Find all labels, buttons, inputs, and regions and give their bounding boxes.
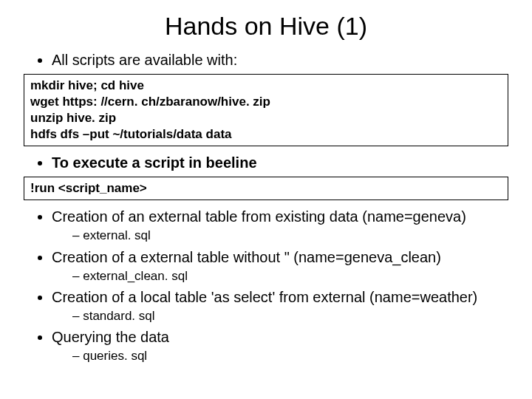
sub-item: standard. sql (72, 308, 510, 324)
sub-list: standard. sql (52, 308, 510, 324)
slide-title: Hands on Hive (1) (22, 12, 510, 41)
bullet-item: Creation of a external table without " (… (52, 248, 510, 284)
bullet-item: Creation of an external table from exist… (52, 208, 510, 243)
code-line: !run <script_name> (30, 180, 502, 197)
sub-list: external_clean. sql (52, 268, 510, 284)
bullet-item: Querying the data queries. sql (52, 328, 510, 364)
bullet-exec: To execute a script in beeline (52, 154, 510, 172)
code-line: unzip hive. zip (30, 110, 502, 126)
bullet-list: All scripts are available with: (22, 51, 510, 69)
bullet-item: Creation of a local table 'as select' fr… (52, 288, 510, 324)
code-block-setup: mkdir hive; cd hive wget https: //cern. … (24, 74, 508, 146)
sub-item: external_clean. sql (72, 268, 510, 284)
sub-item: queries. sql (72, 348, 510, 364)
code-line: wget https: //cern. ch/zbaranow/hive. zi… (30, 94, 502, 110)
sub-list: queries. sql (52, 348, 510, 364)
bullet-text: Creation of a local table 'as select' fr… (52, 289, 477, 305)
sub-item: external. sql (72, 228, 510, 243)
code-line: hdfs dfs –put ~/tutorials/data data (30, 126, 502, 143)
bullet-text: Creation of an external table from exist… (52, 208, 466, 225)
bullet-list: To execute a script in beeline (22, 154, 510, 172)
sub-list: external. sql (52, 228, 510, 243)
bullet-intro: All scripts are available with: (52, 51, 510, 69)
code-block-run: !run <script_name> (24, 177, 508, 200)
code-line: mkdir hive; cd hive (30, 78, 502, 94)
slide: Hands on Hive (1) All scripts are availa… (0, 0, 532, 399)
bullet-text: Creation of a external table without " (… (52, 249, 441, 265)
bullet-text: Querying the data (52, 329, 169, 345)
bullet-list: Creation of an external table from exist… (22, 208, 510, 364)
